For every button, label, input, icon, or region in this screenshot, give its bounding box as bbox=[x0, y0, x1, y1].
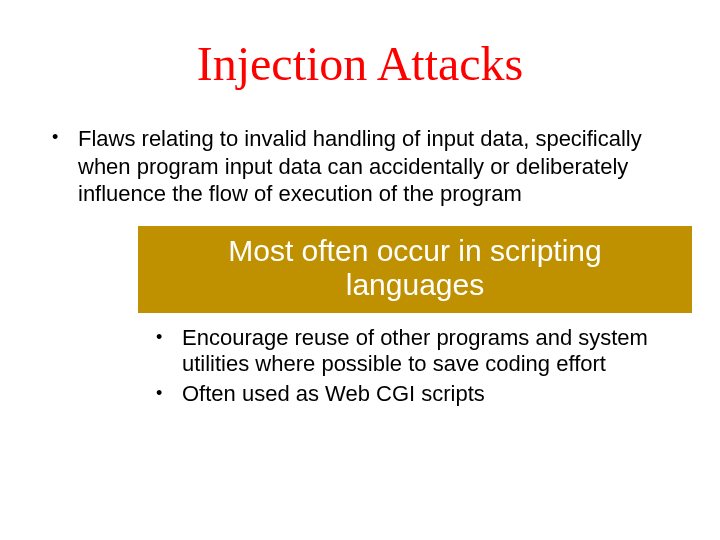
callout-bullet-list: Encourage reuse of other programs and sy… bbox=[156, 325, 674, 408]
callout-bullet-item: Often used as Web CGI scripts bbox=[156, 381, 674, 407]
bullet-item: Flaws relating to invalid handling of in… bbox=[52, 125, 680, 208]
callout-box: Most often occur in scripting languages … bbox=[138, 226, 692, 424]
slide-title: Injection Attacks bbox=[0, 36, 720, 91]
main-bullet-list: Flaws relating to invalid handling of in… bbox=[0, 125, 720, 208]
callout-bullet-item: Encourage reuse of other programs and sy… bbox=[156, 325, 674, 378]
callout-body: Encourage reuse of other programs and sy… bbox=[138, 313, 692, 424]
callout-header: Most often occur in scripting languages bbox=[138, 226, 692, 313]
